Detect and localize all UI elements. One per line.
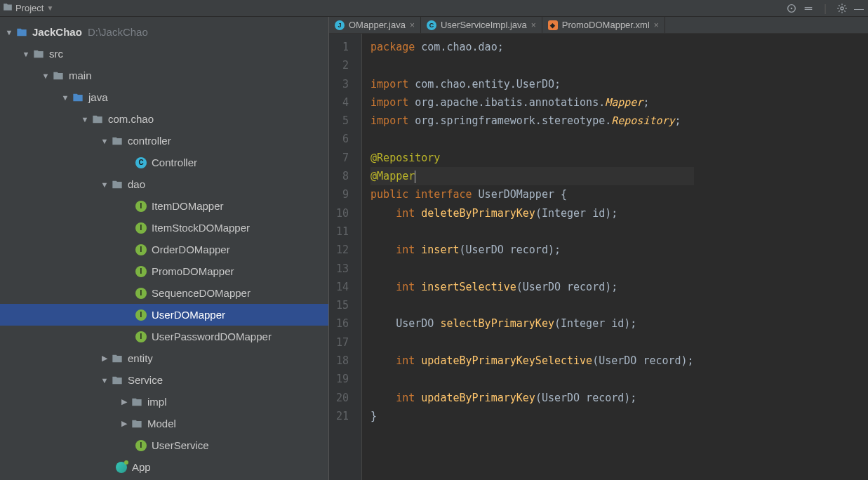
tree-userservice[interactable]: ▼ I UserService bbox=[0, 434, 328, 456]
project-tree: ▼ JackChao D:\JackChao ▼ src ▼ main ▼ bbox=[0, 17, 328, 480]
label: src bbox=[49, 48, 63, 60]
label: ItemStockDOMapper bbox=[152, 222, 250, 234]
tree-dao-item[interactable]: ▼IPromoDOMapper bbox=[0, 260, 328, 282]
project-toolbar: Project ▼ | — bbox=[0, 0, 868, 17]
interface-icon: I bbox=[135, 222, 147, 234]
module-icon bbox=[15, 26, 28, 39]
package-icon bbox=[111, 374, 123, 387]
tree-dao-item[interactable]: ▼IOrderDOMapper bbox=[0, 239, 328, 260]
interface-icon: I bbox=[135, 200, 147, 213]
package-icon bbox=[111, 178, 123, 191]
app-icon bbox=[115, 461, 128, 474]
tree-entity[interactable]: ▶ entity bbox=[0, 347, 328, 369]
interface-icon: I bbox=[135, 309, 147, 321]
expand-icon[interactable]: ▶ bbox=[119, 419, 129, 428]
tree-controller-class[interactable]: ▼ C Controller bbox=[0, 152, 328, 173]
tree-dao[interactable]: ▼ dao bbox=[0, 173, 328, 195]
label: entity bbox=[128, 352, 153, 364]
tab-label: UserServiceImpl.java bbox=[441, 20, 527, 30]
label: Controller bbox=[152, 156, 197, 168]
label: UserPasswordDOMapper bbox=[152, 331, 272, 342]
close-icon[interactable]: × bbox=[410, 20, 415, 30]
code-text[interactable]: package com.chao.dao; import com.chao.en… bbox=[362, 34, 694, 480]
expand-icon[interactable]: ▼ bbox=[80, 115, 90, 124]
tree-dao-item[interactable]: ▼IUserDOMapper bbox=[0, 304, 328, 326]
expand-icon[interactable]: ▼ bbox=[60, 93, 70, 102]
label: UserDOMapper bbox=[152, 309, 225, 321]
label: SequenceDOMapper bbox=[152, 287, 251, 299]
tree-dao-item[interactable]: ▼IUserPasswordDOMapper bbox=[0, 326, 328, 347]
label: UserService bbox=[152, 439, 209, 451]
tree-dao-item[interactable]: ▼IItemDOMapper bbox=[0, 195, 328, 217]
expand-icon[interactable]: ▶ bbox=[119, 397, 129, 406]
label: OrderDOMapper bbox=[152, 244, 230, 255]
folder-icon bbox=[52, 69, 65, 82]
editor-tabs: JOMapper.java×CUserServiceImpl.java×◆Pro… bbox=[329, 17, 868, 34]
expand-icon[interactable]: ▼ bbox=[100, 137, 109, 145]
editor-tab[interactable]: JOMapper.java× bbox=[329, 17, 421, 33]
file-icon: J bbox=[335, 20, 345, 30]
gear-icon[interactable] bbox=[836, 2, 848, 15]
tree-controller[interactable]: ▼ controller bbox=[0, 130, 328, 152]
label: PromoDOMapper bbox=[152, 265, 234, 277]
project-panel-text: Project bbox=[15, 3, 44, 13]
root-path: D:\JackChao bbox=[88, 26, 148, 38]
label: controller bbox=[128, 135, 171, 147]
code-area[interactable]: 123456789101112131415161718192021 packag… bbox=[329, 34, 868, 480]
tree-impl[interactable]: ▶ impl bbox=[0, 391, 328, 413]
label: com.chao bbox=[108, 113, 154, 125]
label: Model bbox=[147, 418, 176, 429]
project-panel-label[interactable]: Project ▼ bbox=[3, 2, 53, 14]
tree-dao-item[interactable]: ▼ISequenceDOMapper bbox=[0, 282, 328, 304]
editor-tab[interactable]: CUserServiceImpl.java× bbox=[421, 17, 542, 33]
editor-tab[interactable]: ◆PromoDOMapper.xml× bbox=[542, 17, 665, 33]
expand-icon[interactable]: ▶ bbox=[100, 354, 109, 363]
label: ItemDOMapper bbox=[152, 200, 224, 212]
tree-java[interactable]: ▼ java bbox=[0, 86, 328, 108]
project-icon bbox=[3, 2, 13, 14]
locate-icon[interactable] bbox=[785, 2, 798, 15]
package-icon bbox=[131, 396, 143, 408]
tree-src[interactable]: ▼ src bbox=[0, 43, 328, 65]
close-icon[interactable]: × bbox=[654, 20, 659, 30]
label: impl bbox=[147, 396, 167, 408]
expand-icon[interactable]: ▼ bbox=[21, 50, 31, 58]
tree-dao-item[interactable]: ▼IItemStockDOMapper bbox=[0, 217, 328, 239]
package-icon bbox=[111, 352, 123, 365]
expand-icon[interactable]: ▼ bbox=[100, 376, 109, 385]
src-folder-icon bbox=[72, 91, 84, 104]
expand-icon[interactable]: ▼ bbox=[4, 28, 14, 36]
tab-label: OMapper.java bbox=[349, 20, 406, 30]
file-icon: C bbox=[427, 20, 436, 30]
label: App bbox=[132, 461, 151, 473]
interface-icon: I bbox=[135, 244, 147, 256]
tree-app[interactable]: ▼ App bbox=[0, 456, 328, 478]
line-gutter: 123456789101112131415161718192021 bbox=[329, 34, 362, 480]
package-icon bbox=[91, 113, 104, 126]
expand-icon[interactable]: ▼ bbox=[100, 180, 109, 189]
label: Service bbox=[128, 374, 163, 386]
folder-icon bbox=[32, 48, 45, 60]
collapse-icon[interactable] bbox=[802, 2, 815, 15]
label: java bbox=[88, 91, 108, 103]
tab-label: PromoDOMapper.xml bbox=[562, 20, 650, 30]
tree-root[interactable]: ▼ JackChao D:\JackChao bbox=[0, 21, 328, 43]
interface-icon: I bbox=[135, 439, 147, 452]
package-icon bbox=[131, 418, 143, 430]
tree-model[interactable]: ▶ Model bbox=[0, 413, 328, 434]
svg-point-2 bbox=[841, 7, 843, 10]
tree-package[interactable]: ▼ com.chao bbox=[0, 108, 328, 130]
divider: | bbox=[819, 2, 832, 15]
editor: JOMapper.java×CUserServiceImpl.java×◆Pro… bbox=[328, 17, 868, 480]
svg-point-1 bbox=[791, 7, 793, 9]
file-icon: ◆ bbox=[548, 20, 558, 30]
tree-main[interactable]: ▼ main bbox=[0, 65, 328, 86]
interface-icon: I bbox=[135, 331, 147, 343]
minimize-icon[interactable]: — bbox=[853, 2, 865, 15]
interface-icon: I bbox=[135, 265, 147, 278]
expand-icon[interactable]: ▼ bbox=[41, 72, 51, 80]
tree-service[interactable]: ▼ Service bbox=[0, 369, 328, 391]
label: dao bbox=[128, 178, 145, 190]
label: main bbox=[69, 69, 92, 81]
close-icon[interactable]: × bbox=[531, 20, 536, 30]
